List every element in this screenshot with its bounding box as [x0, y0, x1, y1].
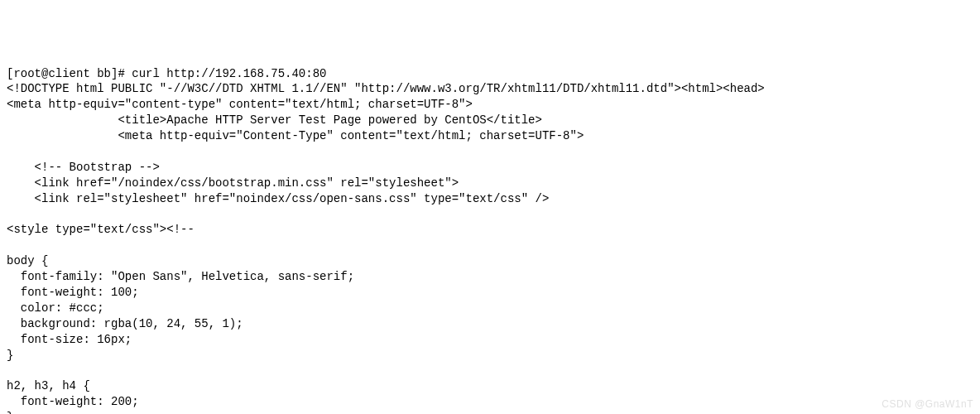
terminal-line: h2, h3, h4 { [7, 379, 90, 392]
terminal-line: <meta http-equiv="content-type" content=… [7, 98, 473, 111]
terminal-line: <style type="text/css"><!-- [7, 223, 195, 236]
terminal-line: font-weight: 100; [7, 286, 139, 299]
terminal-line: font-family: "Open Sans", Helvetica, san… [7, 270, 354, 283]
terminal-line: font-weight: 200; [7, 395, 139, 408]
terminal-line: color: #ccc; [7, 301, 104, 315]
terminal-line: } [7, 349, 13, 362]
terminal-line: <link rel="stylesheet" href="noindex/css… [7, 192, 549, 205]
terminal-line: <!-- Bootstrap --> [7, 161, 160, 174]
terminal-line: [root@client bb]# curl http://192.168.75… [7, 67, 326, 80]
terminal-line: <meta http-equiv="Content-Type" content=… [7, 129, 584, 142]
terminal-line: <title>Apache HTTP Server Test Page powe… [7, 113, 542, 127]
terminal-line: <link href="/noindex/css/bootstrap.min.c… [7, 176, 459, 190]
terminal-line: } [7, 411, 13, 414]
terminal-line: background: rgba(10, 24, 55, 1); [7, 317, 243, 330]
terminal-output: [root@client bb]# curl http://192.168.75… [7, 66, 973, 414]
terminal-line: font-size: 16px; [7, 333, 132, 346]
terminal-line: body { [7, 254, 48, 267]
terminal-line: <!DOCTYPE html PUBLIC "-//W3C//DTD XHTML… [7, 82, 765, 95]
watermark-text: CSDN @GnaW1nT [882, 397, 973, 411]
